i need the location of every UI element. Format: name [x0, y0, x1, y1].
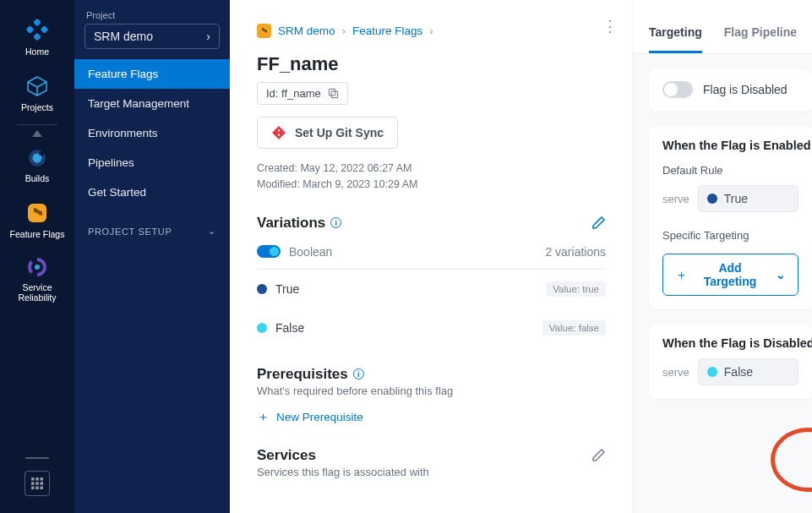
- sidebar-item-get-started[interactable]: Get Started: [74, 177, 230, 207]
- prerequisites-heading: Prerequisites: [257, 366, 348, 383]
- builds-icon: [26, 147, 48, 169]
- git-sync-button[interactable]: Set Up Git Sync: [257, 117, 398, 149]
- copy-icon[interactable]: [328, 88, 339, 99]
- project-setup-toggle[interactable]: PROJECT SETUP ⌄: [74, 207, 230, 245]
- serve-label-2: serve: [662, 366, 689, 379]
- svg-rect-12: [41, 478, 44, 481]
- rail-service-reliability[interactable]: Service Reliability: [0, 248, 74, 311]
- flag-state-card: Flag is Disabled: [649, 69, 812, 112]
- chevron-right-icon: ›: [206, 30, 210, 43]
- svg-rect-16: [31, 487, 35, 490]
- svg-rect-2: [26, 25, 35, 34]
- serve-dot-false: [707, 367, 717, 377]
- default-rule-label: Default Rule: [662, 164, 798, 177]
- git-sync-label: Set Up Git Sync: [295, 126, 384, 139]
- chevron-down-icon-targeting: ⌄: [776, 268, 786, 281]
- add-targeting-label: Add Targeting: [695, 261, 766, 288]
- tab-flag-pipeline[interactable]: Flag Pipeline: [724, 25, 797, 53]
- rail-projects-label: Projects: [21, 103, 53, 113]
- variation-type-row: Boolean 2 variations: [257, 245, 606, 270]
- serve-select-enabled[interactable]: True: [698, 185, 798, 212]
- rail-bottom-sep: [25, 457, 49, 459]
- project-setup-label: PROJECT SETUP: [88, 226, 172, 237]
- variation-value-true: Value: true: [546, 281, 606, 297]
- specific-targeting-label: Specific Targeting: [662, 229, 798, 242]
- services-subtext: Services this flag is associated with: [257, 466, 606, 478]
- breadcrumb-section[interactable]: Feature Flags: [352, 25, 422, 37]
- cube-icon: [25, 74, 49, 98]
- svg-rect-1: [33, 33, 41, 41]
- sidebar: Project SRM demo › Feature Flags Target …: [74, 0, 230, 513]
- serve-row-enabled: serve True: [662, 185, 798, 212]
- flag-id-text: Id: ff_name: [266, 87, 321, 100]
- sidebar-item-feature-flags[interactable]: Feature Flags: [74, 59, 230, 89]
- flag-created: Created: May 12, 2022 06:27 AM: [257, 161, 606, 177]
- serve-row-disabled: serve False: [662, 358, 798, 385]
- svg-point-9: [35, 265, 40, 270]
- rail-projects[interactable]: Projects: [0, 66, 74, 122]
- main: SRM demo › Feature Flags › ⋮ FF_name Id:…: [230, 0, 812, 513]
- variation-dot-true: [257, 284, 267, 294]
- variation-value-false: Value: false: [542, 320, 606, 336]
- info-icon-prereq[interactable]: i: [353, 368, 364, 379]
- plus-icon-targeting: ＋: [675, 267, 688, 283]
- svg-rect-3: [41, 25, 49, 34]
- serve-select-disabled[interactable]: False: [698, 358, 798, 385]
- add-targeting-button[interactable]: ＋ Add Targeting ⌄: [662, 254, 798, 296]
- disabled-rules-card: When the Flag is Disabled serve False: [649, 325, 812, 399]
- variations-heading: Variations: [257, 215, 325, 232]
- rail-apps-grid[interactable]: [25, 471, 50, 496]
- chevron-down-icon: ⌄: [208, 226, 216, 237]
- right-panel: Targeting Flag Pipeline Flag is Disabled…: [633, 0, 812, 513]
- edit-variations-icon[interactable]: [591, 216, 606, 230]
- svg-rect-20: [331, 91, 337, 97]
- rail-home-label: Home: [25, 47, 49, 57]
- svg-rect-13: [31, 482, 35, 485]
- rail-home[interactable]: Home: [0, 8, 74, 66]
- sidebar-item-environments[interactable]: Environments: [74, 118, 230, 148]
- flag-enable-toggle[interactable]: [662, 81, 693, 98]
- breadcrumb-sep-2: ›: [429, 25, 433, 37]
- project-selector[interactable]: SRM demo ›: [84, 24, 220, 49]
- breadcrumb-project[interactable]: SRM demo: [278, 25, 335, 37]
- svg-rect-15: [41, 482, 44, 485]
- serve-dot-true: [707, 194, 717, 204]
- enabled-title: When the Flag is Enabled: [662, 139, 798, 152]
- nav-rail: Home Projects Builds Feature Flags Servi…: [0, 0, 74, 513]
- sidebar-item-pipelines[interactable]: Pipelines: [74, 148, 230, 177]
- home-logo-icon: [25, 17, 50, 42]
- kebab-menu[interactable]: ⋮: [602, 24, 618, 30]
- svg-rect-0: [33, 19, 41, 27]
- info-icon[interactable]: i: [330, 217, 341, 228]
- serve-label-1: serve: [662, 193, 689, 205]
- git-icon: [271, 125, 286, 140]
- boolean-toggle-icon: [257, 245, 281, 258]
- sidebar-item-target-management[interactable]: Target Management: [74, 89, 230, 118]
- add-prerequisite-button[interactable]: ＋ New Prerequisite: [257, 409, 363, 425]
- rail-ff-label: Feature Flags: [10, 230, 65, 240]
- services-head: Services: [257, 447, 606, 464]
- disabled-title: When the Flag is Disabled: [662, 336, 798, 350]
- variation-dot-false: [257, 323, 267, 333]
- rail-builds-label: Builds: [25, 174, 50, 184]
- svg-rect-21: [329, 89, 335, 95]
- variation-count: 2 variations: [545, 245, 606, 259]
- rail-feature-flags[interactable]: Feature Flags: [0, 193, 74, 248]
- svg-rect-18: [41, 487, 44, 490]
- tabs: Targeting Flag Pipeline: [634, 0, 812, 54]
- serve-value-false: False: [724, 365, 753, 379]
- service-reliability-icon: [26, 256, 48, 278]
- flag-name-heading: FF_name: [257, 53, 606, 75]
- flag-state-label: Flag is Disabled: [703, 83, 787, 96]
- add-prereq-label: New Prerequisite: [276, 411, 363, 423]
- plus-icon: ＋: [257, 409, 270, 425]
- svg-rect-17: [35, 487, 39, 490]
- tab-targeting[interactable]: Targeting: [649, 25, 702, 53]
- breadcrumb-sep-1: ›: [342, 25, 346, 37]
- svg-rect-10: [31, 478, 35, 481]
- edit-services-icon[interactable]: [591, 448, 606, 462]
- rail-builds[interactable]: Builds: [0, 139, 74, 193]
- rail-collapse-icon[interactable]: [32, 130, 42, 137]
- variations-head: Variations i: [257, 215, 606, 232]
- flag-meta: Created: May 12, 2022 06:27 AM Modified:…: [257, 161, 606, 193]
